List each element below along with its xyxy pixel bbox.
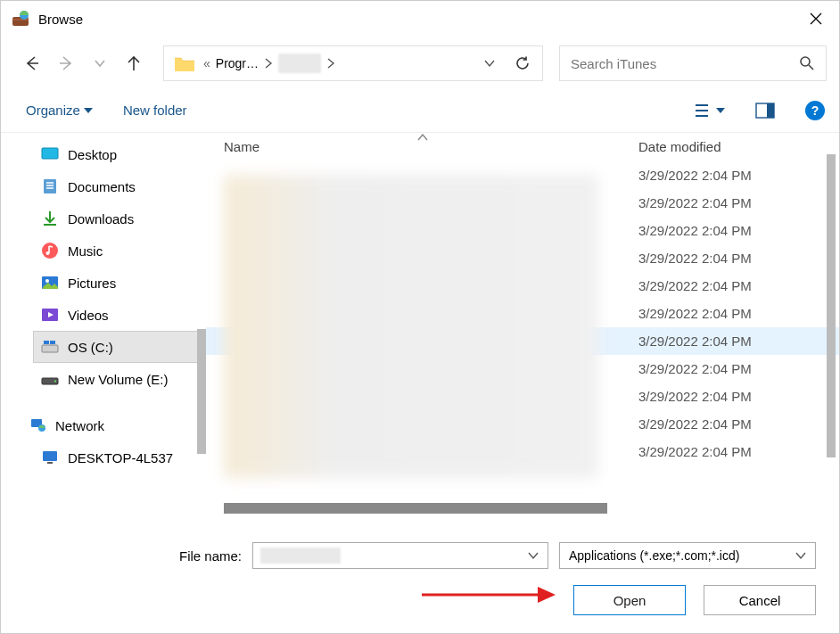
new-folder-button[interactable]: New folder <box>118 97 193 123</box>
nav-forward-button[interactable] <box>53 50 79 77</box>
sidebar-item-os-c-[interactable]: OS (C:) <box>33 331 204 363</box>
sidebar-item-documents[interactable]: Documents <box>33 170 204 202</box>
redacted-filenames <box>224 175 598 478</box>
music-icon <box>41 242 59 259</box>
sidebar-item-label: Pictures <box>68 276 116 291</box>
sidebar-item-desktop-4l537[interactable]: DESKTOP-4L537 <box>33 441 204 473</box>
file-date-cell: 3/29/2022 2:04 PM <box>638 223 839 238</box>
open-button[interactable]: Open <box>573 585 686 615</box>
sidebar-item-pictures[interactable]: Pictures <box>33 267 204 299</box>
sidebar-item-label: OS (C:) <box>68 340 113 355</box>
annotation-arrow <box>422 583 556 606</box>
sidebar-item-label: Music <box>68 243 103 259</box>
network-icon <box>29 416 46 434</box>
dialog-footer: File name: Applications (*.exe;*.com;*.i… <box>1 524 839 633</box>
crumb-item[interactable]: Progr… <box>212 56 262 70</box>
sidebar-item-label: DESKTOP-4L537 <box>68 450 173 465</box>
nav-bar: « Progr… <box>1 37 839 90</box>
sidebar-item-label: Network <box>55 418 104 433</box>
file-date-cell: 3/29/2022 2:04 PM <box>638 333 839 349</box>
toolbar: Organize New folder ? <box>1 90 839 133</box>
chevron-right-icon[interactable] <box>262 57 275 70</box>
organize-label: Organize <box>26 103 80 118</box>
svg-rect-5 <box>767 103 774 118</box>
address-bar[interactable]: « Progr… <box>163 45 543 81</box>
sidebar-item-desktop[interactable]: Desktop <box>33 138 204 170</box>
file-list-pane: Name Date modified .3/29/2022 2:04 PM.3/… <box>206 133 839 524</box>
search-box[interactable] <box>559 45 827 81</box>
file-date-cell: 3/29/2022 2:04 PM <box>638 444 839 459</box>
nav-back-button[interactable] <box>19 50 45 77</box>
filter-label: Applications (*.exe;*.com;*.icd) <box>569 548 739 563</box>
desktop-icon <box>41 145 59 163</box>
filename-value-redacted <box>260 548 341 564</box>
sidebar-item-label: Videos <box>68 308 109 323</box>
sidebar-item-new-volume-e-[interactable]: New Volume (E:) <box>33 363 204 395</box>
app-icon <box>12 10 29 28</box>
crumb-item-redacted[interactable] <box>278 54 321 73</box>
help-button[interactable]: ? <box>805 101 825 120</box>
file-date-cell: 3/29/2022 2:04 PM <box>638 278 839 293</box>
sidebar-item-label: Downloads <box>68 211 134 226</box>
crumb-collapsed-indicator[interactable]: « <box>202 56 212 70</box>
sidebar-item-videos[interactable]: Videos <box>33 299 204 331</box>
folder-icon <box>173 52 196 75</box>
videos-icon <box>41 306 59 324</box>
svg-rect-17 <box>50 341 55 344</box>
sidebar-item-label: Desktop <box>68 147 117 162</box>
svg-rect-22 <box>43 451 57 461</box>
svg-point-10 <box>46 251 50 255</box>
file-date-cell: 3/29/2022 2:04 PM <box>638 389 839 404</box>
vertical-scrollbar[interactable] <box>827 154 836 457</box>
search-input[interactable] <box>571 56 799 71</box>
chevron-down-icon <box>523 551 544 560</box>
file-type-filter[interactable]: Applications (*.exe;*.com;*.icd) <box>559 542 816 569</box>
sidebar-item-network[interactable]: Network <box>21 409 204 441</box>
file-date-cell: 3/29/2022 2:04 PM <box>638 361 839 376</box>
titlebar: Browse <box>1 1 839 37</box>
horizontal-scrollbar[interactable] <box>224 503 607 514</box>
file-date-cell: 3/29/2022 2:04 PM <box>638 416 839 432</box>
svg-rect-23 <box>47 462 53 464</box>
downloads-icon <box>41 210 59 227</box>
monitor-icon <box>41 449 59 466</box>
organize-menu[interactable]: Organize <box>21 97 98 123</box>
new-folder-label: New folder <box>123 103 187 118</box>
svg-point-9 <box>42 243 58 259</box>
browse-dialog: Browse « Progr… <box>0 0 840 634</box>
drive-dark-icon <box>41 370 59 388</box>
sidebar-scrollbar[interactable] <box>197 329 206 454</box>
cancel-button[interactable]: Cancel <box>704 585 816 615</box>
window-title: Browse <box>38 12 795 27</box>
sidebar-item-label: New Volume (E:) <box>68 372 169 387</box>
sort-asc-icon <box>417 134 428 141</box>
svg-rect-6 <box>42 148 58 159</box>
svg-rect-8 <box>44 179 56 193</box>
chevron-right-icon[interactable] <box>325 57 337 70</box>
nav-recent-dropdown[interactable] <box>86 50 113 77</box>
chevron-down-icon <box>795 551 806 560</box>
column-header-name[interactable]: Name <box>206 139 638 154</box>
preview-pane-button[interactable] <box>750 99 780 122</box>
documents-icon <box>41 177 59 195</box>
file-list[interactable]: .3/29/2022 2:04 PM.3/29/2022 2:04 PM.3/2… <box>206 161 839 524</box>
refresh-button[interactable] <box>506 55 539 71</box>
pictures-icon <box>41 274 59 292</box>
navigation-pane: DesktopDocumentsDownloadsMusicPicturesVi… <box>1 133 206 524</box>
address-history-dropdown[interactable] <box>473 57 506 70</box>
sidebar-item-music[interactable]: Music <box>33 235 204 267</box>
column-header-date[interactable]: Date modified <box>638 139 839 154</box>
sidebar-item-label: Documents <box>68 179 136 194</box>
filename-combobox[interactable] <box>252 542 548 569</box>
nav-up-button[interactable] <box>120 50 147 77</box>
close-button[interactable] <box>795 4 836 33</box>
filename-label: File name: <box>179 548 242 564</box>
content-area: DesktopDocumentsDownloadsMusicPicturesVi… <box>1 133 839 524</box>
view-options-button[interactable] <box>689 99 730 122</box>
chevron-down-icon <box>84 107 93 114</box>
svg-rect-16 <box>44 341 49 344</box>
svg-marker-25 <box>538 587 556 603</box>
svg-rect-15 <box>42 345 58 352</box>
sidebar-item-downloads[interactable]: Downloads <box>33 202 204 235</box>
chevron-down-icon <box>716 107 725 114</box>
